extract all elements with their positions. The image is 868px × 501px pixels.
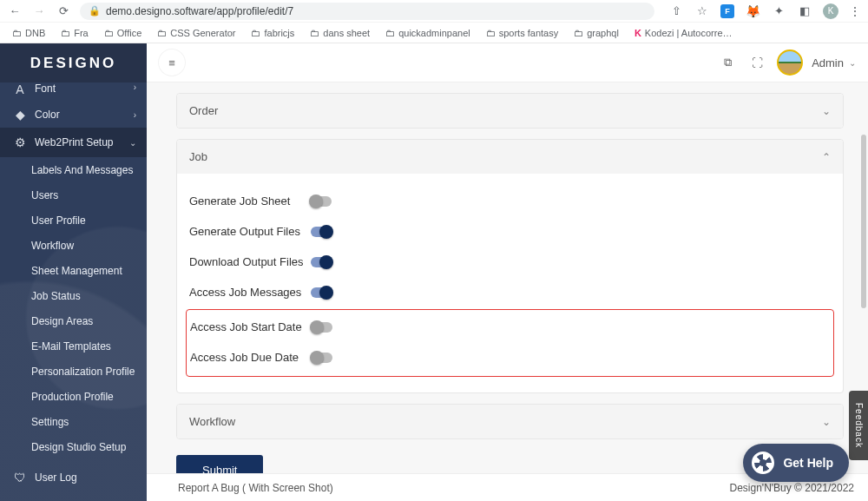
bookmark-fabricjs[interactable]: 🗀fabricjs [246, 26, 299, 40]
folder-icon: 🗀 [12, 28, 22, 38]
sidebar-item-label: Font [35, 82, 56, 95]
app-shell: DESIGNO A Font › ◆ Color › ⚙ Web2Print S… [0, 43, 868, 501]
report-bug-link[interactable]: Report A Bug ( With Screen Shot) [178, 482, 333, 494]
bookmark-label: Kodezi | Autocorre… [645, 28, 733, 38]
reload-button[interactable]: ⟳ [56, 3, 71, 19]
bookmark-label: sports fantasy [499, 28, 558, 38]
sidebar-item-label: Design Areas [31, 315, 93, 327]
metamask-icon[interactable]: 🦊 [745, 3, 760, 19]
sidebar-item-label: Labels And Messages [31, 164, 133, 176]
toggle-access-due-date[interactable] [312, 353, 332, 363]
panel-header-order[interactable]: Order ⌄ [177, 94, 843, 128]
content-area[interactable]: Order ⌄ Job ⌃ Generate Job Sheet Generat… [147, 82, 868, 473]
user-avatar[interactable] [777, 49, 803, 76]
get-help-button[interactable]: Get Help [743, 444, 849, 482]
sidebar-item-label: Web2Print Setup [35, 136, 114, 148]
sidebar-item-label: Design Studio Setup [31, 441, 126, 453]
folder-icon: 🗀 [157, 28, 167, 38]
chevron-up-icon: ⌃ [822, 151, 831, 163]
row-access-due-date: Access Job Due Date [187, 342, 833, 372]
bookmark-kodezi[interactable]: KKodezi | Autocorre… [629, 26, 738, 40]
bookmark-fra[interactable]: 🗀Fra [56, 26, 94, 40]
shield-icon: 🛡 [12, 471, 28, 485]
sidebar-item-label: User Log [35, 471, 77, 484]
logo[interactable]: DESIGNO [0, 43, 147, 82]
sidebar-sub-production[interactable]: Production Profile [0, 384, 147, 409]
extension-f-icon[interactable]: F [720, 4, 734, 18]
row-access-job-messages: Access Job Messages [177, 277, 843, 307]
sidebar-sub-job-status[interactable]: Job Status [0, 283, 147, 308]
menu-toggle-button[interactable]: ≡ [159, 49, 185, 76]
sidebar-sub-email-templates[interactable]: E-Mail Templates [0, 333, 147, 359]
chevron-right-icon: › [134, 110, 136, 120]
font-icon: A [12, 82, 28, 96]
chevron-down-icon: ⌄ [129, 138, 136, 148]
side-panel-icon[interactable]: ◧ [797, 3, 812, 19]
sidebar: DESIGNO A Font › ◆ Color › ⚙ Web2Print S… [0, 43, 147, 501]
browser-toolbar: ← → ⟳ 🔒 demo.designo.software/app/profil… [0, 0, 868, 23]
panel-header-workflow[interactable]: Workflow ⌄ [177, 405, 843, 438]
chevron-down-icon[interactable]: ⌄ [849, 58, 856, 68]
sidebar-scroll[interactable]: A Font › ◆ Color › ⚙ Web2Print Setup ⌄ L… [0, 82, 147, 501]
panel-header-job[interactable]: Job ⌃ [177, 140, 843, 174]
extensions-puzzle-icon[interactable]: ✦ [771, 3, 786, 19]
row-label: Generate Job Sheet [189, 194, 311, 208]
bookmark-dans-sheet[interactable]: 🗀dans sheet [305, 26, 375, 40]
folder-icon: 🗀 [104, 28, 114, 38]
kebab-menu-icon[interactable]: ⋮ [849, 4, 861, 18]
sidebar-sub-settings[interactable]: Settings [0, 409, 147, 434]
sidebar-item-label: Users [31, 189, 58, 201]
address-bar[interactable]: 🔒 demo.designo.software/app/profile/edit… [80, 3, 654, 20]
feedback-tab[interactable]: Feedback [849, 391, 868, 460]
open-external-icon[interactable]: ⧉ [714, 49, 740, 76]
bookmark-label: Office [117, 28, 142, 38]
bookmark-office[interactable]: 🗀Office [99, 26, 148, 40]
forward-button[interactable]: → [31, 3, 47, 19]
sidebar-item-label: Job Status [31, 290, 81, 302]
panel-workflow: Workflow ⌄ [176, 404, 844, 439]
sidebar-sub-design-studio[interactable]: Design Studio Setup [0, 434, 147, 459]
row-generate-job-sheet: Generate Job Sheet [177, 186, 843, 216]
sidebar-sub-labels[interactable]: Labels And Messages [0, 157, 147, 182]
toggle-download-output-files[interactable] [311, 257, 332, 267]
panel-order: Order ⌄ [176, 93, 844, 129]
sidebar-sub-design-areas[interactable]: Design Areas [0, 308, 147, 333]
sidebar-sub-workflow[interactable]: Workflow [0, 233, 147, 258]
sidebar-item-userlog[interactable]: 🛡 User Log [0, 465, 147, 491]
submit-button[interactable]: Submit [176, 455, 263, 473]
sidebar-section-web2print[interactable]: ⚙ Web2Print Setup ⌄ [0, 128, 147, 157]
bookmark-css-generator[interactable]: 🗀CSS Generator [152, 26, 240, 40]
folder-icon: 🗀 [61, 28, 70, 38]
bookmark-quickadminpanel[interactable]: 🗀quickadminpanel [380, 26, 476, 40]
toggle-generate-job-sheet[interactable] [311, 196, 332, 207]
bookmark-label: CSS Generator [170, 28, 235, 38]
sidebar-sub-personalization[interactable]: Personalization Profile [0, 359, 147, 384]
sidebar-item-color[interactable]: ◆ Color › [0, 102, 147, 128]
sidebar-item-label: Production Profile [31, 391, 114, 403]
chevron-right-icon: › [134, 82, 136, 92]
gear-icon: ⚙ [12, 135, 28, 149]
fullscreen-icon[interactable]: ⛶ [744, 49, 770, 76]
sidebar-item-label: Personalization Profile [31, 366, 135, 378]
bookmark-label: fabricjs [264, 28, 294, 38]
folder-icon: 🗀 [574, 28, 583, 38]
toggle-generate-output-files[interactable] [311, 227, 332, 237]
star-icon[interactable]: ☆ [694, 3, 710, 19]
bookmark-dnb[interactable]: 🗀DNB [7, 26, 50, 40]
share-icon[interactable]: ⇧ [668, 3, 684, 19]
sidebar-sub-users[interactable]: Users [0, 182, 147, 208]
back-button[interactable]: ← [7, 3, 23, 19]
lock-icon: 🔒 [89, 5, 101, 16]
bookmark-sports-fantasy[interactable]: 🗀sports fantasy [481, 26, 563, 40]
bookmark-graphql[interactable]: 🗀graphql [569, 26, 624, 40]
toggle-access-start-date[interactable] [312, 322, 332, 333]
sidebar-item-font[interactable]: A Font › [0, 82, 147, 102]
sidebar-sub-sheet-mgmt[interactable]: Sheet Management [0, 258, 147, 283]
profile-avatar[interactable]: K [823, 3, 838, 19]
lifebuoy-icon [752, 452, 774, 474]
topbar: ≡ ⧉ ⛶ Admin ⌄ [147, 43, 868, 82]
scrollbar-thumb[interactable] [861, 135, 866, 308]
toggle-access-job-messages[interactable] [311, 287, 332, 298]
sidebar-sub-user-profile[interactable]: User Profile [0, 208, 147, 233]
sidebar-item-label: E-Mail Templates [31, 340, 111, 353]
